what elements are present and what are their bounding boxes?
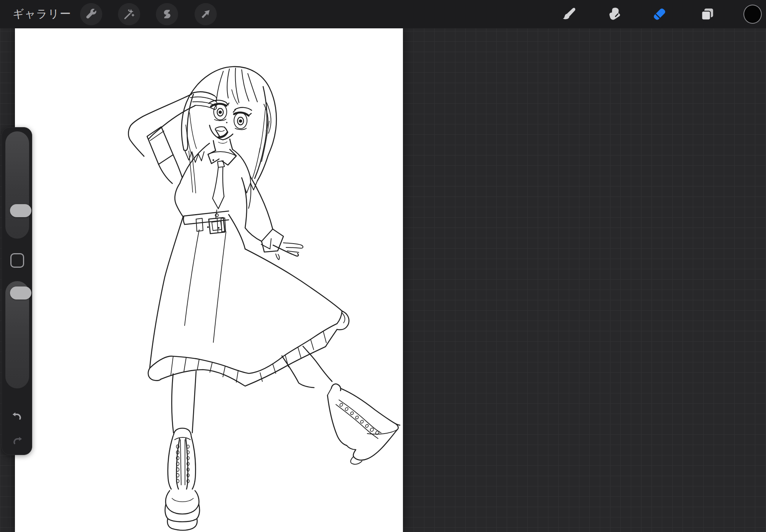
redo-arrow-icon bbox=[11, 435, 24, 448]
adjustments-button[interactable] bbox=[118, 3, 140, 25]
color-swatch bbox=[743, 5, 762, 24]
redo-button[interactable] bbox=[11, 435, 24, 448]
line-art-illustration bbox=[15, 28, 403, 532]
transform-button[interactable] bbox=[195, 3, 217, 25]
gallery-button[interactable]: ギャラリー bbox=[13, 7, 71, 22]
smudge-tool-button[interactable] bbox=[606, 5, 624, 23]
selection-button[interactable] bbox=[156, 3, 178, 25]
modify-button[interactable] bbox=[10, 253, 24, 268]
top-toolbar: ギャラリー bbox=[0, 0, 766, 28]
paint-tool-button[interactable] bbox=[560, 5, 579, 23]
smudge-finger-icon bbox=[607, 6, 623, 22]
transform-arrow-icon bbox=[200, 8, 212, 20]
magic-wand-icon bbox=[123, 8, 135, 20]
erase-tool-button[interactable] bbox=[650, 5, 669, 23]
brush-size-handle[interactable] bbox=[10, 204, 31, 217]
paintbrush-icon bbox=[561, 6, 578, 22]
brush-sidebar bbox=[2, 127, 32, 455]
drawing-canvas[interactable] bbox=[15, 28, 403, 532]
actions-button[interactable] bbox=[80, 3, 102, 25]
opacity-handle[interactable] bbox=[10, 286, 31, 300]
eraser-icon bbox=[651, 6, 668, 22]
color-button[interactable] bbox=[743, 5, 762, 23]
layers-button[interactable] bbox=[698, 5, 717, 23]
procreate-workspace: ギャラリー bbox=[0, 0, 766, 532]
layers-icon bbox=[699, 6, 715, 22]
undo-arrow-icon bbox=[11, 411, 24, 424]
brush-size-slider[interactable] bbox=[5, 131, 29, 239]
undo-button[interactable] bbox=[11, 411, 24, 424]
wrench-icon bbox=[85, 8, 97, 20]
selection-s-icon bbox=[161, 8, 173, 20]
opacity-slider[interactable] bbox=[5, 281, 29, 388]
